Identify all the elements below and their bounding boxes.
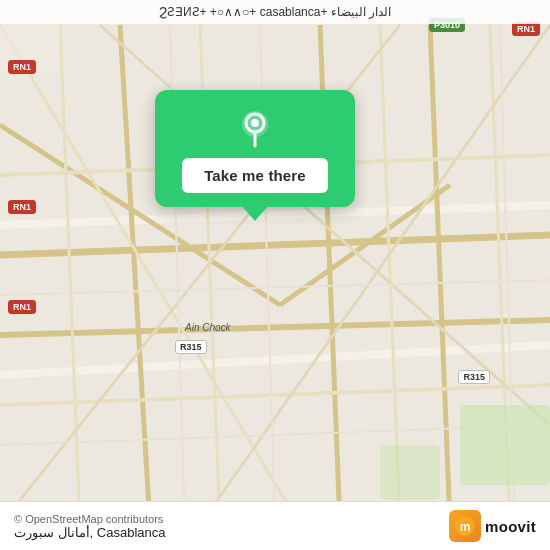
badge-rn1-topright: RN1 <box>512 22 540 36</box>
moovit-symbol: m <box>454 515 476 537</box>
svg-line-5 <box>0 320 550 335</box>
svg-line-10 <box>0 385 550 405</box>
svg-line-11 <box>60 25 80 525</box>
ain-chock-label: Ain Chock <box>185 322 231 333</box>
svg-line-6 <box>120 25 150 525</box>
map-container: الدار البيضاء +ϨƧ∃ИƧ+ +○∧∧○+ casablanca … <box>0 0 550 550</box>
badge-rn1-bottomleft: RN1 <box>8 300 36 314</box>
badge-r315-1: R315 <box>175 340 207 354</box>
take-me-there-button[interactable]: Take me there <box>182 158 328 193</box>
moovit-logo: m moovit <box>449 510 536 542</box>
badge-rn1-left1: RN1 <box>8 60 36 74</box>
moovit-icon: m <box>449 510 481 542</box>
attribution-text: © OpenStreetMap contributors <box>14 513 166 525</box>
badge-r315-2: R315 <box>458 370 490 384</box>
road-network <box>0 0 550 550</box>
moovit-text: moovit <box>485 518 536 535</box>
svg-point-29 <box>251 119 259 127</box>
badge-rn1-left2: RN1 <box>8 200 36 214</box>
svg-line-19 <box>0 280 550 295</box>
location-pin-icon <box>235 108 275 148</box>
svg-rect-24 <box>460 405 550 485</box>
popup-card: Take me there <box>155 90 355 207</box>
location-name: Casablanca ,أمانال سبورت <box>14 525 166 540</box>
top-banner: الدار البيضاء +ϨƧ∃ИƧ+ +○∧∧○+ casablanca <box>0 0 550 24</box>
bottom-info: © OpenStreetMap contributors Casablanca … <box>14 513 166 540</box>
bottom-bar: © OpenStreetMap contributors Casablanca … <box>0 501 550 550</box>
svg-line-4 <box>0 235 550 255</box>
svg-line-0 <box>0 205 550 225</box>
svg-rect-25 <box>380 445 440 500</box>
svg-text:m: m <box>460 520 471 534</box>
